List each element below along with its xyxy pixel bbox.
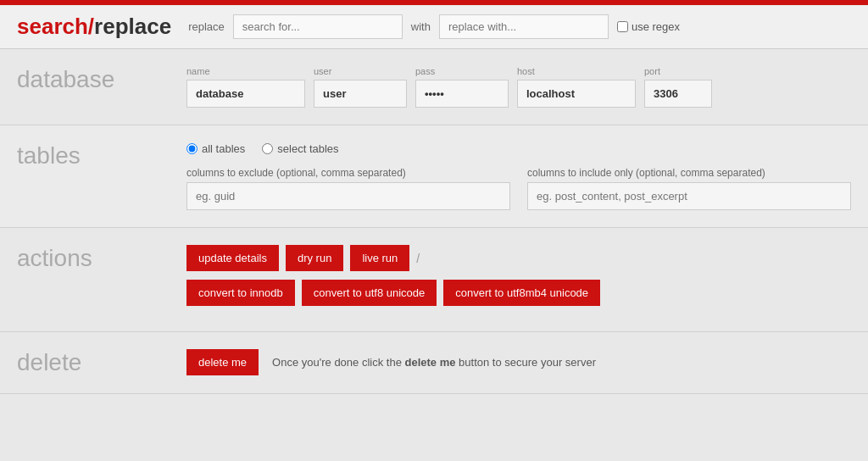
radio-select-input[interactable] bbox=[262, 143, 273, 154]
db-pass-field: pass bbox=[415, 66, 509, 108]
exclude-group: columns to exclude (optional, comma sepa… bbox=[186, 167, 510, 210]
db-port-label: port bbox=[644, 66, 712, 76]
actions-section: actions update details dry run live run … bbox=[0, 228, 868, 332]
regex-label[interactable]: use regex bbox=[617, 20, 680, 33]
header-controls: replace with use regex bbox=[188, 14, 851, 39]
search-input[interactable] bbox=[233, 14, 403, 39]
db-user-field: user bbox=[314, 66, 407, 108]
db-host-label: host bbox=[517, 66, 636, 76]
database-section: database name user pass host port bbox=[0, 49, 868, 125]
database-content: name user pass host port bbox=[186, 66, 851, 108]
radio-select-label: select tables bbox=[277, 142, 338, 155]
exclude-label: columns to exclude (optional, comma sepa… bbox=[186, 167, 510, 179]
db-fields: name user pass host port bbox=[186, 66, 851, 108]
db-host-field: host bbox=[517, 66, 636, 108]
replace-label: replace bbox=[188, 20, 225, 33]
delete-me-button[interactable]: delete me bbox=[186, 349, 259, 375]
include-input[interactable] bbox=[527, 182, 851, 210]
delete-section: delete delete me Once you're done click … bbox=[0, 332, 868, 394]
actions-content: update details dry run live run / conver… bbox=[186, 245, 851, 314]
delete-text-bold: delete me bbox=[405, 356, 456, 369]
db-pass-label: pass bbox=[415, 66, 509, 76]
db-user-label: user bbox=[314, 66, 407, 76]
header: search/replace replace with use regex bbox=[0, 5, 868, 49]
delete-title: delete bbox=[17, 349, 186, 376]
db-name-input[interactable] bbox=[186, 80, 305, 108]
logo-replace: replace bbox=[94, 14, 171, 39]
delete-text-after: button to secure your server bbox=[455, 356, 595, 369]
db-port-field: port bbox=[644, 66, 712, 108]
with-label: with bbox=[411, 20, 431, 33]
logo: search/replace bbox=[17, 14, 171, 40]
delete-text-before: Once you're done click the bbox=[272, 356, 404, 369]
convert-utf8mb4-button[interactable]: convert to utf8mb4 unicode bbox=[443, 280, 600, 306]
logo-slash: / bbox=[88, 14, 94, 39]
columns-row: columns to exclude (optional, comma sepa… bbox=[186, 167, 851, 210]
db-pass-input[interactable] bbox=[415, 80, 509, 108]
live-run-button[interactable]: live run bbox=[350, 245, 409, 271]
radio-all-label: all tables bbox=[202, 142, 245, 155]
dry-run-button[interactable]: dry run bbox=[286, 245, 343, 271]
db-host-input[interactable] bbox=[517, 80, 636, 108]
db-user-input[interactable] bbox=[314, 80, 407, 108]
action-row-2: convert to innodb convert to utf8 unicod… bbox=[186, 280, 851, 306]
db-name-label: name bbox=[186, 66, 305, 76]
regex-checkbox[interactable] bbox=[617, 21, 628, 32]
delete-text: Once you're done click the delete me but… bbox=[272, 356, 596, 369]
slash-separator: / bbox=[416, 252, 420, 265]
tables-section: tables all tables select tables columns … bbox=[0, 125, 868, 228]
action-row-1: update details dry run live run / bbox=[186, 245, 851, 271]
db-port-input[interactable] bbox=[644, 80, 712, 108]
tables-content: all tables select tables columns to excl… bbox=[186, 142, 851, 210]
actions-title: actions bbox=[17, 245, 186, 272]
radio-all-tables[interactable]: all tables bbox=[186, 142, 245, 155]
logo-search: search bbox=[17, 14, 88, 39]
tables-title: tables bbox=[17, 142, 186, 169]
exclude-input[interactable] bbox=[186, 182, 510, 210]
db-name-field: name bbox=[186, 66, 305, 108]
update-details-button[interactable]: update details bbox=[186, 245, 279, 271]
radio-all-input[interactable] bbox=[186, 143, 198, 154]
include-group: columns to include only (optional, comma… bbox=[527, 167, 851, 210]
regex-text: use regex bbox=[632, 20, 680, 33]
delete-content: delete me Once you're done click the del… bbox=[186, 349, 851, 375]
database-title: database bbox=[17, 66, 186, 93]
include-label: columns to include only (optional, comma… bbox=[527, 167, 851, 179]
delete-inner: delete me Once you're done click the del… bbox=[186, 349, 851, 375]
convert-utf8-button[interactable]: convert to utf8 unicode bbox=[302, 280, 437, 306]
radio-select-tables[interactable]: select tables bbox=[262, 142, 338, 155]
convert-innodb-button[interactable]: convert to innodb bbox=[186, 280, 295, 306]
replace-input[interactable] bbox=[439, 14, 609, 39]
tables-radio-group: all tables select tables bbox=[186, 142, 851, 155]
